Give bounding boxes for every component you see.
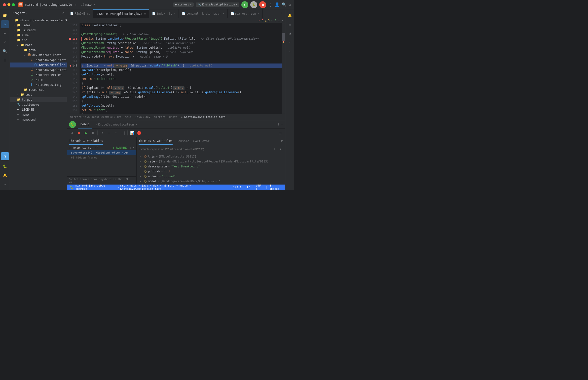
var-description[interactable]: ▸ ⬡ description = "Test Breakpoint" [137, 164, 285, 169]
app-selector[interactable]: ● mirrord ▾ [173, 2, 193, 7]
sidebar-icon-folder[interactable]: 📁 [1, 11, 9, 19]
tree-item-main[interactable]: ▾ 📁 main [10, 43, 67, 48]
code-content[interactable]: class KNoteController { @PostMapping("/n… [79, 23, 282, 114]
evaluate-button[interactable]: 📊 [129, 130, 135, 136]
tree-item-mirrord[interactable]: ▸ 📁 .mirrord [10, 28, 67, 33]
tab-knotejavaapp[interactable]: ☕ KnoteJavaApplication.java ✕ [93, 9, 149, 18]
status-indent[interactable]: 4 spaces [269, 184, 282, 190]
status-charset[interactable]: UTF-8 [256, 184, 264, 190]
maximize-button[interactable] [12, 3, 15, 6]
restart-button[interactable]: ↺ [69, 130, 75, 136]
thread-filter-icon[interactable]: ⊘ [130, 146, 131, 149]
tree-item-knoteprops[interactable]: ⬡ KnoteProperties [10, 72, 67, 77]
scrollbar-track[interactable] [282, 23, 285, 114]
code-editor[interactable]: 111 134 135 136 137 138 139 140 141 ●142… [67, 23, 285, 114]
tab-pom[interactable]: 📄 pom.xml (knote-java) ✕ [179, 9, 228, 18]
sidebar-icon-more[interactable]: ⋯ [1, 180, 9, 188]
var-model[interactable]: ▸ ⬡ model = {BindingAwareModelMap@9116} … [137, 179, 285, 184]
debug-minimize-icon[interactable]: — [281, 123, 283, 127]
tab-threads-variables[interactable]: Threads & Variables [69, 137, 103, 145]
tree-item-mvnw[interactable]: ≡ mvnw [10, 112, 67, 117]
tree-item-knotejavaapp-file[interactable]: ▾ ☕ KnoteJavaApplication.java [10, 58, 67, 63]
branch-selector[interactable]: ⎇ main ▾ [81, 3, 95, 6]
tree-item-note[interactable]: ○ Note [10, 77, 67, 82]
status-position[interactable]: 142:1 [233, 186, 241, 189]
var-upload[interactable]: ▸ ⬡ upload = "Upload" [137, 174, 285, 179]
tree-item-license[interactable]: ≡ LICENSE [10, 107, 67, 112]
step-out-button[interactable]: ↑ [113, 130, 119, 136]
right-icon-problems[interactable]: ⚠ [286, 47, 294, 55]
thread-expand-icon[interactable]: ▾ [133, 146, 134, 149]
debug-button[interactable]: 🐛 [250, 1, 257, 8]
right-icon-gradle[interactable]: ⚡ [286, 38, 294, 46]
minimize-button[interactable] [7, 3, 10, 6]
mirrord-icon[interactable]: m [1, 152, 9, 160]
run-config-selector[interactable]: 🔧 KnoteJavaApplication ▾ [196, 2, 239, 7]
tree-item-test[interactable]: ▸ 📁 test [10, 92, 67, 97]
tab-mirrord[interactable]: 📄 mirrord.json ✕ [228, 9, 263, 18]
tree-item-gitignore[interactable]: 🔧 .gitignore [10, 102, 67, 107]
var-file[interactable]: ▸ ⬡ file = {StandardMultipartHttpServlet… [137, 159, 285, 164]
debug-more-icon[interactable]: ⋮ [277, 123, 280, 127]
pause-button[interactable]: ⏸ [90, 130, 96, 136]
eval-input[interactable] [139, 148, 271, 151]
tab-more-button[interactable]: ⋮ [277, 12, 285, 15]
close-button[interactable] [3, 3, 6, 6]
step-into-button[interactable]: ↓ [106, 130, 112, 136]
add-watch-button[interactable]: + [272, 147, 277, 152]
right-icon-notifications[interactable]: 🔔 [286, 11, 294, 19]
sidebar-icon-debug[interactable]: 🐛 [1, 162, 9, 170]
tree-item-java[interactable]: ▾ 📁 java [10, 48, 67, 53]
tree-item-mvnw-cmd[interactable]: ≡ mvnw.cmd [10, 117, 67, 122]
stop-button[interactable]: ■ [259, 1, 266, 8]
thread-item[interactable]: ✓ "http-nio-8...n" : RUNNING ⊘ ▾ [67, 145, 136, 150]
resume-button[interactable]: ▶ [83, 130, 89, 136]
profile-icon[interactable]: 👤 [275, 2, 280, 7]
variables-layout-icon[interactable]: ⊞ [281, 139, 283, 143]
tree-item-package[interactable]: ▾ 📦 dev.mirrord.knote [10, 53, 67, 58]
frame-item-active[interactable]: saveNotes:142, KNoteController (dev [67, 150, 136, 155]
sidebar-icon-vcs[interactable]: ⊘ [1, 20, 9, 28]
sidebar-icon-git[interactable]: ⎇ [1, 38, 9, 46]
search-icon[interactable]: 🔍 [282, 2, 287, 7]
sidebar-icons: 📁 ⊘ ▶ ⎇ 🔍 ☰ m 🐛 🔔 ⋯ [0, 9, 10, 190]
stop-debug-button[interactable]: ■ [76, 130, 82, 136]
scrollbar-thumb[interactable] [282, 33, 285, 41]
run-to-cursor-button[interactable]: →| [120, 130, 126, 136]
debug-tab-app[interactable]: ☕ KnoteJavaApplication ✕ [93, 120, 140, 128]
sidebar-icon-search[interactable]: 🔍 [1, 47, 9, 55]
tree-item-knotecontroller[interactable]: ⬡ KNoteController [10, 63, 67, 67]
right-icon-git[interactable]: m [286, 20, 294, 28]
settings-icon[interactable]: ⚙ [289, 2, 291, 7]
panel-settings-icon[interactable]: ⚙ [63, 11, 64, 15]
status-encoding[interactable]: LF [247, 186, 250, 189]
tab-threads-variables-2[interactable]: Threads & Variables [139, 137, 173, 145]
sidebar-icon-run[interactable]: ▶ [1, 29, 9, 37]
sidebar-icon-structure[interactable]: ☰ [1, 56, 9, 64]
more-options-icon[interactable]: ⋮ [268, 2, 273, 7]
tree-item-idea[interactable]: ▸ 📁 .idea [10, 23, 67, 28]
debug-tab-debug[interactable]: Debug [78, 120, 92, 128]
breakpoints-button[interactable]: 🔴 [136, 130, 142, 136]
sidebar-icon-notifications[interactable]: 🔔 [1, 171, 9, 179]
eval-dropdown-button[interactable]: ▾ [278, 147, 283, 152]
step-over-button[interactable]: ↷ [99, 130, 105, 136]
tree-item-root[interactable]: ▾ 📁 mirrord-java-debug-example [knote-ja… [10, 18, 67, 23]
tree-item-src[interactable]: ▾ 📁 src [10, 38, 67, 43]
more-debug-button[interactable]: ⋮ [143, 130, 149, 136]
tree-item-notesrepo[interactable]: ℹ NotesRepository [10, 82, 67, 87]
run-button[interactable]: ▶ [241, 1, 248, 8]
tab-readme[interactable]: 📄 README.md [67, 9, 93, 18]
var-this[interactable]: ▸ ⬡ this = {KNoteController@9117} [137, 154, 285, 159]
tab-actuator[interactable]: ⚙ Actuator [193, 137, 210, 145]
tree-item-kube[interactable]: ▸ 📁 kube [10, 33, 67, 38]
tab-console[interactable]: Console [177, 137, 189, 145]
tree-item-knotejavaapp[interactable]: ⬡ KnoteJavaApplication [10, 67, 67, 72]
var-publish[interactable]: ▸ ⬡ publish = null [137, 169, 285, 174]
debug-run-icon[interactable]: 🐛 [69, 121, 76, 128]
right-icon-mirrord[interactable]: m [286, 29, 294, 37]
tab-index[interactable]: 📄 index.ftl ✕ [149, 9, 179, 18]
layout-button[interactable]: ⊞ [277, 130, 283, 136]
tree-item-resources[interactable]: ▸ 📁 resources [10, 87, 67, 92]
tree-item-target[interactable]: ▸ 📁 target [10, 97, 67, 102]
